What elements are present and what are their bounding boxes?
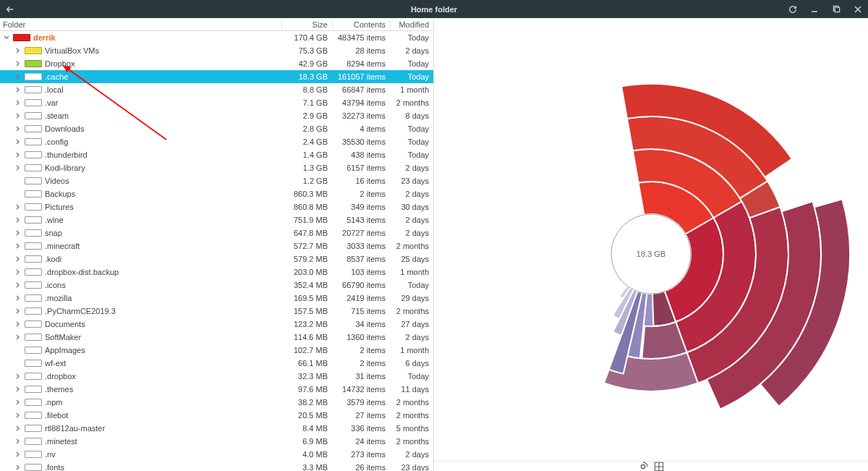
- chevron-right-icon[interactable]: [14, 125, 22, 132]
- cell-size: 1.3 GB: [281, 164, 332, 172]
- back-button[interactable]: [4, 4, 16, 15]
- tree-row[interactable]: Kodi-library1.3 GB6157 items2 days: [0, 161, 433, 174]
- chevron-right-icon[interactable]: [14, 255, 22, 263]
- cell-size: 114.6 MB: [281, 333, 332, 341]
- tree-row[interactable]: .dropbox32.3 MB31 itemsToday: [0, 370, 433, 383]
- tree-row[interactable]: .local8.8 GB66847 items1 month: [0, 83, 433, 96]
- chevron-right-icon[interactable]: [14, 164, 22, 171]
- cell-contents: 6157 items: [332, 164, 390, 172]
- tree-row[interactable]: .thunderbird1.4 GB438 itemsToday: [0, 148, 433, 161]
- tree-row[interactable]: .fonts3.3 MB26 items23 days: [0, 461, 433, 471]
- tree-row[interactable]: VirtualBox VMs75.3 GB28 items2 days: [0, 44, 433, 57]
- tree-row[interactable]: AppImages102.7 MB2 items1 month: [0, 344, 433, 357]
- tree-row[interactable]: .icons352.4 MB66790 itemsToday: [0, 279, 433, 292]
- tree-row[interactable]: .mozilla169.5 MB2419 items29 days: [0, 292, 433, 305]
- folder-name: .nv: [45, 450, 56, 459]
- chevron-right-icon[interactable]: [14, 242, 22, 250]
- chevron-right-icon[interactable]: [14, 399, 22, 406]
- usage-bar: [25, 138, 42, 145]
- chevron-right-icon[interactable]: [14, 464, 22, 471]
- tree-row[interactable]: .PyCharmCE2019.3157.5 MB715 items2 month…: [0, 305, 433, 318]
- chevron-right-icon[interactable]: [14, 386, 22, 393]
- chevron-right-icon[interactable]: [14, 216, 22, 224]
- chevron-down-icon[interactable]: [3, 34, 10, 41]
- chevron-right-icon[interactable]: [14, 373, 22, 380]
- chevron-right-icon[interactable]: [14, 334, 22, 341]
- usage-bar: [25, 73, 42, 80]
- chevron-right-icon[interactable]: [14, 229, 22, 237]
- usage-bar: [25, 412, 42, 419]
- tree-row[interactable]: wf-ext66.1 MB2 items6 days: [0, 357, 433, 370]
- cell-size: 1.4 GB: [281, 150, 332, 159]
- tree-row[interactable]: .config2.4 GB35530 itemsToday: [0, 135, 433, 148]
- cell-size: 6.9 MB: [281, 437, 332, 446]
- cell-size: 860.3 MB: [281, 190, 332, 198]
- chevron-right-icon[interactable]: [14, 203, 22, 211]
- chevron-right-icon[interactable]: [14, 425, 22, 432]
- chevron-right-icon[interactable]: [14, 47, 22, 54]
- tree-row[interactable]: .var7.1 GB43794 items2 months: [0, 96, 433, 109]
- chart-center-label: 18.3 GB: [637, 250, 665, 258]
- chevron-right-icon[interactable]: [14, 307, 22, 315]
- sunburst-chart[interactable]: 18.3 GB: [434, 18, 868, 461]
- folder-name: AppImages: [45, 346, 85, 355]
- usage-bar: [25, 255, 42, 263]
- cell-modified: 2 months: [390, 437, 433, 446]
- column-contents[interactable]: Contents: [332, 20, 390, 29]
- refresh-button[interactable]: [787, 4, 799, 15]
- tree-row[interactable]: .nv4.0 MB273 items2 days: [0, 448, 433, 461]
- tree-row[interactable]: snap647.8 MB20727 items2 days: [0, 226, 433, 239]
- cell-size: 1.2 GB: [281, 177, 332, 185]
- chevron-right-icon[interactable]: [14, 151, 22, 158]
- cell-size: 860.8 MB: [281, 203, 332, 211]
- maximize-button[interactable]: [830, 4, 842, 15]
- tree-row[interactable]: Backups860.3 MB2 items2 days: [0, 187, 433, 200]
- tree-row[interactable]: .minetest6.9 MB24 items2 months: [0, 435, 433, 448]
- chevron-right-icon[interactable]: [14, 438, 22, 445]
- cell-modified: 2 months: [390, 98, 433, 107]
- chart-mode-treemap-icon[interactable]: [654, 462, 664, 471]
- tree-row[interactable]: .filebot20.5 MB27 items2 months: [0, 409, 433, 422]
- tree-row[interactable]: Downloads2.8 GB4 itemsToday: [0, 122, 433, 135]
- tree-row[interactable]: .dropbox-dist.backup203.0 MB103 items1 m…: [0, 266, 433, 279]
- chevron-right-icon[interactable]: [14, 321, 22, 328]
- chevron-right-icon[interactable]: [14, 294, 22, 302]
- tree-row[interactable]: Videos1.2 GB16 items23 days: [0, 174, 433, 187]
- tree-row[interactable]: SoftMaker114.6 MB1360 items2 days: [0, 331, 433, 344]
- chevron-right-icon[interactable]: [14, 268, 22, 276]
- chevron-right-icon[interactable]: [14, 60, 22, 67]
- minimize-button[interactable]: [809, 4, 820, 15]
- tree-row[interactable]: .kodi579.2 MB8537 items25 days: [0, 253, 433, 266]
- chevron-right-icon[interactable]: [14, 451, 22, 458]
- tree-body[interactable]: derrik170.4 GB483475 itemsToday VirtualB…: [0, 31, 433, 471]
- chevron-right-icon[interactable]: [14, 73, 22, 80]
- tree-row[interactable]: derrik170.4 GB483475 itemsToday: [0, 31, 433, 44]
- tree-row[interactable]: Pictures860.8 MB349 items30 days: [0, 200, 433, 213]
- tree-row[interactable]: .cache18.3 GB161057 itemsToday: [0, 70, 433, 83]
- chevron-right-icon[interactable]: [14, 112, 22, 119]
- tree-row[interactable]: .npm38.2 MB3579 items2 months: [0, 396, 433, 409]
- folder-name: Backups: [45, 190, 75, 198]
- chart-mode-rings-icon[interactable]: [638, 462, 648, 471]
- column-size[interactable]: Size: [281, 20, 332, 29]
- chevron-right-icon[interactable]: [14, 86, 22, 93]
- close-button[interactable]: [852, 4, 864, 15]
- tree-row[interactable]: Dropbox42.9 GB8294 itemsToday: [0, 57, 433, 70]
- cell-contents: 161057 items: [332, 72, 390, 81]
- tree-row[interactable]: .steam2.9 GB32273 items8 days: [0, 109, 433, 122]
- chevron-right-icon[interactable]: [14, 281, 22, 289]
- tree-row[interactable]: rtl8812au-master8.4 MB336 items5 months: [0, 422, 433, 435]
- column-modified[interactable]: Modified: [390, 20, 433, 29]
- chevron-right-icon[interactable]: [14, 412, 22, 419]
- cell-contents: 3579 items: [332, 398, 390, 407]
- usage-bar: [25, 321, 42, 328]
- chevron-right-icon[interactable]: [14, 138, 22, 145]
- tree-row[interactable]: Documents123.2 MB34 items27 days: [0, 318, 433, 331]
- tree-row[interactable]: .wine751.9 MB5143 items2 days: [0, 213, 433, 226]
- tree-row[interactable]: .minecraft572.7 MB3033 items2 months: [0, 239, 433, 253]
- cell-contents: 483475 items: [332, 33, 390, 42]
- tree-row[interactable]: .themes97.6 MB14732 items11 days: [0, 383, 433, 396]
- column-folder[interactable]: Folder: [0, 20, 281, 29]
- cell-modified: 23 days: [390, 177, 433, 185]
- chevron-right-icon[interactable]: [14, 99, 22, 106]
